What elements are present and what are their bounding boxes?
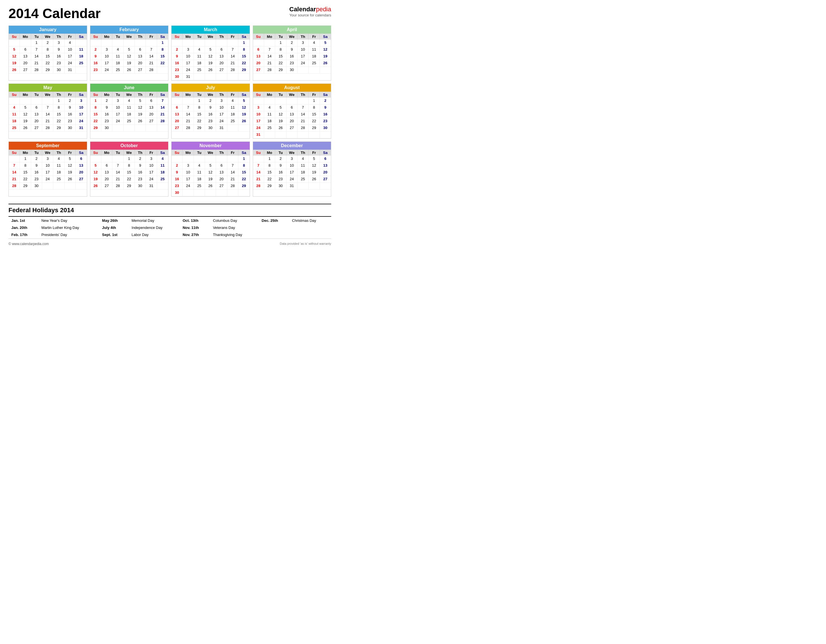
day-cell: 13 — [253, 53, 264, 60]
day-cell: 12 — [309, 162, 320, 169]
day-cell: 30 — [320, 125, 331, 132]
month-title-october: October — [90, 142, 168, 150]
day-cell: 22 — [157, 60, 168, 67]
day-cell: 4 — [298, 156, 309, 162]
day-header-tu: Tu — [275, 34, 286, 40]
day-cell: 30 — [205, 125, 216, 132]
day-cell: 2 — [275, 156, 286, 162]
day-cell: 18 — [9, 118, 20, 125]
day-cell: 2 — [65, 98, 76, 104]
day-cell: 6 — [76, 156, 87, 162]
day-cell: 11 — [124, 104, 135, 111]
day-cell: 15 — [275, 53, 286, 60]
day-cell: 9 — [172, 53, 183, 60]
day-cell: 16 — [275, 169, 286, 176]
day-cell: 7 — [9, 162, 20, 169]
day-cell: 23 — [53, 60, 64, 67]
day-cell: 15 — [53, 111, 64, 118]
day-cell: 6 — [320, 156, 331, 162]
day-cell: 15 — [42, 53, 53, 60]
day-header-mo: Mo — [101, 150, 112, 156]
day-cell: 26 — [238, 118, 249, 125]
day-header-th: Th — [216, 92, 227, 98]
day-cell: 11 — [157, 162, 168, 169]
day-cell: 7 — [112, 162, 123, 169]
month-july: JulySuMoTuWeThFrSa1234567891011121314151… — [171, 84, 250, 139]
day-cell: 20 — [216, 176, 227, 183]
day-header-sa: Sa — [76, 34, 87, 40]
day-cell: 21 — [157, 111, 168, 118]
day-cell: 17 — [298, 53, 309, 60]
holiday-name: New Year's Day — [39, 217, 99, 224]
day-cell — [183, 98, 194, 104]
day-cell: 3 — [183, 162, 194, 169]
day-header-fr: Fr — [146, 150, 157, 156]
day-cell: 7 — [227, 47, 238, 53]
day-cell: 4 — [53, 156, 64, 162]
day-cell: 7 — [227, 162, 238, 169]
day-header-su: Su — [172, 92, 183, 98]
day-cell — [205, 156, 216, 162]
day-cell: 1 — [31, 40, 42, 47]
day-header-tu: Tu — [275, 92, 286, 98]
day-cell: 24 — [76, 118, 87, 125]
day-cell: 22 — [124, 176, 135, 183]
day-cell: 27 — [20, 67, 31, 74]
day-header-th: Th — [135, 92, 146, 98]
month-title-november: November — [172, 142, 250, 150]
day-header-fr: Fr — [65, 92, 76, 98]
day-cell: 28 — [298, 125, 309, 132]
day-cell: 3 — [183, 47, 194, 53]
day-cell: 21 — [9, 176, 20, 183]
day-cell — [238, 189, 249, 196]
day-cell: 28 — [146, 67, 157, 74]
day-cell: 8 — [90, 104, 101, 111]
holiday-date: July 4th — [100, 224, 129, 231]
day-cell: 10 — [216, 104, 227, 111]
day-cell: 30 — [65, 125, 76, 132]
day-cell: 9 — [172, 169, 183, 176]
day-header-su: Su — [253, 150, 264, 156]
holiday-date: Oct. 13th — [180, 217, 210, 224]
day-cell: 13 — [20, 53, 31, 60]
day-cell — [298, 132, 309, 138]
day-cell: 19 — [275, 118, 286, 125]
day-cell — [216, 189, 227, 196]
day-cell: 17 — [112, 111, 123, 118]
brand-tagline: Your source for calendars — [289, 13, 331, 17]
day-cell: 8 — [20, 162, 31, 169]
day-cell: 27 — [101, 183, 112, 189]
day-cell: 5 — [65, 156, 76, 162]
day-cell — [309, 132, 320, 138]
day-cell: 13 — [286, 111, 298, 118]
holiday-name: Memorial Day — [129, 217, 180, 224]
day-header-su: Su — [90, 34, 101, 40]
brand-italic: pedia — [316, 6, 331, 13]
day-header-tu: Tu — [112, 34, 123, 40]
day-cell: 6 — [135, 47, 146, 53]
day-cell: 3 — [101, 47, 112, 53]
holiday-date: Jan. 1st — [9, 217, 39, 224]
day-cell: 1 — [275, 40, 286, 47]
day-cell: 14 — [227, 53, 238, 60]
day-cell: 1 — [238, 156, 249, 162]
day-cell — [31, 98, 42, 104]
day-cell: 27 — [286, 125, 298, 132]
day-cell: 10 — [76, 104, 87, 111]
day-cell: 6 — [216, 47, 227, 53]
day-cell — [298, 98, 309, 104]
day-header-we: We — [124, 34, 135, 40]
day-cell — [9, 98, 20, 104]
day-header-th: Th — [216, 150, 227, 156]
day-header-mo: Mo — [183, 150, 194, 156]
day-cell: 5 — [238, 98, 249, 104]
day-cell: 8 — [275, 47, 286, 53]
day-cell: 16 — [31, 169, 42, 176]
day-cell: 28 — [157, 118, 168, 125]
month-title-july: July — [172, 84, 250, 92]
day-cell — [183, 189, 194, 196]
month-august: AugustSuMoTuWeThFrSa12345678910111213141… — [253, 84, 331, 139]
day-cell: 1 — [238, 40, 249, 47]
day-cell: 28 — [183, 125, 194, 132]
day-cell: 19 — [309, 169, 320, 176]
